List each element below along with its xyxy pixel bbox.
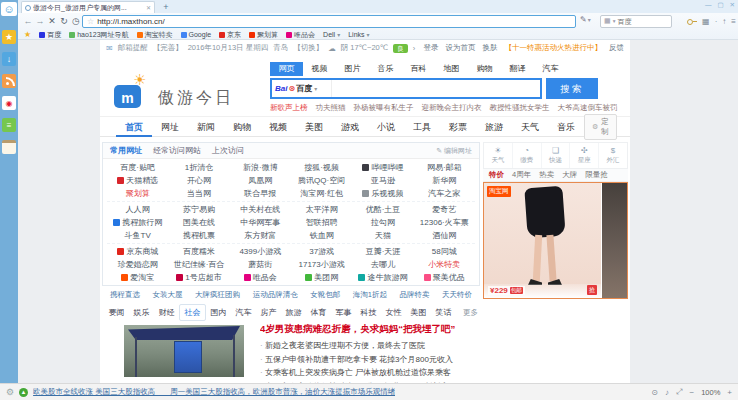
site-link[interactable]: 携程旅行网 xyxy=(107,217,168,228)
tool-快递[interactable]: ❏快递 xyxy=(542,143,571,168)
hot-word[interactable]: 教授性骚扰女学生 xyxy=(490,103,550,113)
news-ticker-link[interactable]: 欧美股市全线收涨 美国三大股指收高 周一美国三大股指收高，欧洲股市普涨，油价大涨… xyxy=(33,387,395,397)
site-link[interactable]: 智联招聘 xyxy=(291,217,352,228)
infobar-link[interactable]: 登录 xyxy=(424,43,439,53)
maxthon-logo-icon[interactable]: ☺ xyxy=(1,2,17,16)
site-link[interactable]: 京东商城 xyxy=(107,246,168,257)
news-tab-汽车[interactable]: 汽车 xyxy=(231,305,256,320)
url-input[interactable] xyxy=(97,16,571,26)
news-more-link[interactable]: 更多 xyxy=(463,308,478,318)
site-link[interactable]: 乐视视频 xyxy=(352,188,413,199)
infobar-link[interactable]: 换肤 xyxy=(483,43,498,53)
site-link[interactable]: 聚美优品 xyxy=(414,272,475,283)
news-tab-社会[interactable]: 社会 xyxy=(179,304,206,321)
search-button[interactable]: 搜索 xyxy=(546,78,598,99)
rss-feed-icon[interactable] xyxy=(2,74,16,88)
site-link[interactable]: 1号店超市 xyxy=(168,272,229,283)
nav-tab-新闻[interactable]: 新闻 xyxy=(188,117,224,137)
weather-more-chevron[interactable]: › xyxy=(413,44,416,53)
site-link[interactable]: 聚划算 xyxy=(107,188,168,199)
site-link[interactable]: 携程机票 xyxy=(168,230,229,241)
site-link[interactable]: 珍爱婚恋网 xyxy=(107,259,168,270)
promo-link[interactable]: 运动品牌清仓 xyxy=(253,290,298,302)
ad-tab-4周年[interactable]: 4周年 xyxy=(512,170,531,180)
bookmarks-star-icon[interactable]: ★ xyxy=(24,30,31,39)
site-link[interactable]: 凤凰网 xyxy=(230,175,291,186)
extensions-icon[interactable]: ▦ xyxy=(702,17,710,26)
news-tab-女性[interactable]: 女性 xyxy=(381,305,406,320)
site-link[interactable]: 开心网 xyxy=(168,175,229,186)
tool-天气[interactable]: ☀天气 xyxy=(484,143,513,168)
tool-星座[interactable]: ✣星座 xyxy=(570,143,599,168)
customize-button[interactable]: ⚙ 定制 xyxy=(584,114,617,140)
bookmark-item[interactable]: Links▾ xyxy=(348,31,369,38)
site-link[interactable]: 爱奇艺 xyxy=(414,204,475,215)
promo-link[interactable]: 品牌特卖 xyxy=(399,290,429,302)
news-tab-体育[interactable]: 体育 xyxy=(306,305,331,320)
nav-tab-网址[interactable]: 网址 xyxy=(152,117,188,137)
browser-tab[interactable]: 傲游今日_傲游用户专属的网... ✕ xyxy=(21,1,155,13)
site-link[interactable]: 中华网军事 xyxy=(230,217,291,228)
site-link[interactable]: 苏宁易购 xyxy=(168,204,229,215)
taobao-ad-banner[interactable]: 淘宝网 ¥229 包邮 抢 xyxy=(483,182,628,299)
hot-word[interactable]: 迎新晚会主打内衣 xyxy=(422,103,482,113)
main-menu-icon[interactable]: ≡ xyxy=(731,17,736,26)
hot-word[interactable]: 大爷高速倒车被罚 xyxy=(558,103,618,113)
site-link[interactable]: 哔哩哔哩 xyxy=(352,162,413,173)
news-item-link[interactable]: 女乘客机上突发疾病身亡 尸体被放机舱过道惊呆乘客 xyxy=(260,366,478,380)
tool-外汇[interactable]: $外汇 xyxy=(599,143,627,168)
search-tab-视频[interactable]: 视频 xyxy=(303,62,336,76)
site-link[interactable]: 唯品会 xyxy=(230,272,291,283)
search-engine-selector[interactable]: Bai ⊛ 百度 ▾ xyxy=(272,80,332,97)
nav-tab-购物[interactable]: 购物 xyxy=(224,117,260,137)
bookmark-item[interactable]: Google xyxy=(181,31,212,38)
site-link[interactable]: 新华网 xyxy=(414,175,475,186)
infobar-link[interactable]: 反馈 xyxy=(609,43,624,53)
news-tab-科技[interactable]: 科技 xyxy=(356,305,381,320)
news-tab-美图[interactable]: 美图 xyxy=(406,305,431,320)
search-tab-汽车[interactable]: 汽车 xyxy=(534,62,567,76)
nav-tab-彩票[interactable]: 彩票 xyxy=(440,117,476,137)
ad-tab-特价[interactable]: 特价 xyxy=(489,170,504,180)
zoom-in-button[interactable]: + xyxy=(727,388,732,397)
infobar-link[interactable]: 设为首页 xyxy=(446,43,476,53)
ad-buy-icon[interactable]: 抢 xyxy=(587,285,597,295)
address-bar[interactable]: ☆ xyxy=(82,15,576,28)
site-link[interactable]: 1折清仓 xyxy=(168,162,229,173)
bookmark-page-icon[interactable]: ☆ xyxy=(87,17,94,26)
site-link[interactable]: 酒仙网 xyxy=(414,230,475,241)
news-thumbnail[interactable] xyxy=(124,325,244,377)
edit-url-control[interactable]: ✎▾ xyxy=(580,15,591,24)
site-link[interactable]: 亚马逊 xyxy=(352,175,413,186)
site-link[interactable]: 世纪佳缘·百合 xyxy=(168,259,229,270)
fullscreen-icon[interactable]: ⤢ xyxy=(676,387,682,397)
promo-link[interactable]: 海淘1折起 xyxy=(353,290,387,302)
infobar-link[interactable]: 【十一特惠活动火热进行中】 xyxy=(505,43,603,53)
news-tab-娱乐[interactable]: 娱乐 xyxy=(129,305,154,320)
site-link[interactable]: 爱淘宝 xyxy=(107,272,168,283)
news-headline-link[interactable]: 4岁男孩患病难忍折磨，央求妈妈“把我埋了吧” xyxy=(260,323,478,336)
search-tab-翻译[interactable]: 翻译 xyxy=(501,62,534,76)
nav-tab-天气[interactable]: 天气 xyxy=(512,117,548,137)
site-link[interactable]: 太平洋网 xyxy=(291,204,352,215)
compatibility-icon[interactable]: ⊙ xyxy=(651,388,658,397)
site-link[interactable]: 网易·邮箱 xyxy=(414,162,475,173)
site-link[interactable]: 蘑菇街 xyxy=(230,259,291,270)
quick-search-input[interactable] xyxy=(617,18,657,25)
tool-缴费[interactable]: ◔缴费 xyxy=(513,143,542,168)
site-link[interactable]: 百度糯米 xyxy=(168,246,229,257)
bookmark-item[interactable]: 京东 xyxy=(219,30,241,40)
site-link[interactable]: 去哪儿 xyxy=(352,259,413,270)
minimize-button[interactable]: — xyxy=(705,1,712,9)
quick-search-box[interactable]: ▦ ▾ xyxy=(600,15,672,28)
nav-tab-首页[interactable]: 首页 xyxy=(116,117,152,137)
search-tab-网页[interactable]: 网页 xyxy=(270,62,303,76)
favorites-star-icon[interactable]: ★ xyxy=(2,30,16,44)
ad-tab-限量抢[interactable]: 限量抢 xyxy=(585,170,608,180)
site-link[interactable]: 国美在线 xyxy=(168,217,229,228)
site-link[interactable]: 37游戏 xyxy=(291,246,352,257)
magic-fill-key-icon[interactable] xyxy=(687,17,697,26)
edit-sites-link[interactable]: ✎ 编辑网址 xyxy=(436,146,472,156)
search-tab-图片[interactable]: 图片 xyxy=(336,62,369,76)
site-link[interactable]: 优酷·土豆 xyxy=(352,204,413,215)
